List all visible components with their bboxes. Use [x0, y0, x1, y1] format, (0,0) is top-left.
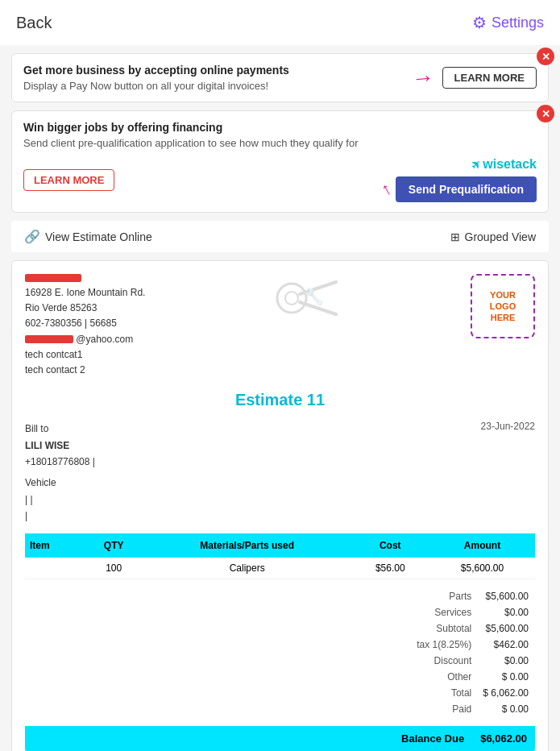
estimate-table: Item QTY Materials/Parts used Cost Amoun… [25, 533, 535, 579]
col-materials: Materials/Parts used [143, 533, 351, 558]
company-name-bar [25, 274, 81, 282]
banner1-desc: Display a Pay Now button on all your dig… [23, 80, 412, 92]
col-qty: QTY [84, 533, 143, 558]
settings-label: Settings [492, 15, 544, 31]
arrow2-icon: ↑ [377, 178, 396, 201]
banner2-close-button[interactable]: ✕ [537, 105, 554, 122]
grid-icon: ⊞ [450, 230, 460, 243]
banner2-title: Win bigger jobs by offering financing [23, 121, 537, 134]
wrench-icon: 🔧 [276, 274, 340, 322]
settings-button[interactable]: ⚙ Settings [472, 13, 544, 32]
banner1-close-button[interactable]: ✕ [537, 48, 554, 65]
view-estimate-online-button[interactable]: 🔗 View Estimate Online [24, 229, 152, 244]
svg-text:🔧: 🔧 [304, 287, 324, 306]
send-prequalification-button[interactable]: Send Prequalification [396, 176, 537, 202]
doc-icon-area: 🔧 [145, 274, 471, 322]
col-amount: Amount [429, 533, 535, 558]
table-row: 100 Calipers $56.00 $5,600.00 [25, 558, 535, 579]
wisetack-logo: wisetack [471, 157, 537, 172]
estimate-title: Estimate 11 [25, 391, 535, 409]
totals-section: Parts$5,600.00 Services$0.00 Subtotal$5,… [25, 587, 535, 718]
banner1-title: Get more business by accepting online pa… [23, 64, 412, 77]
estimate-date: 23-Jun-2022 [481, 421, 535, 524]
company-info: 16928 E. Ione Mountain Rd. Rio Verde 852… [25, 274, 145, 378]
arrow-icon: → [410, 64, 435, 91]
estimate-document: 16928 E. Ione Mountain Rd. Rio Verde 852… [11, 260, 549, 751]
grouped-view-button[interactable]: ⊞ Grouped View [450, 230, 536, 243]
col-item: Item [25, 533, 84, 558]
back-button[interactable]: Back [16, 14, 52, 32]
svg-point-0 [277, 284, 306, 313]
banner-payments: ✕ Get more business by accepting online … [11, 53, 549, 102]
action-bar: 🔗 View Estimate Online ⊞ Grouped View [11, 221, 549, 252]
banner2-desc: Send client pre-qualification applicatio… [23, 137, 537, 149]
app-header: Back ⚙ Settings [0, 0, 560, 45]
logo-placeholder: YOUR LOGO HERE [471, 274, 535, 338]
balance-due-bar: Balance Due $6,062.00 [25, 726, 535, 751]
banner2-learn-more-button[interactable]: LEARN MORE [23, 169, 114, 191]
banner1-learn-more-button[interactable]: LEARN MORE [442, 67, 537, 89]
totals-table: Parts$5,600.00 Services$0.00 Subtotal$5,… [410, 587, 535, 718]
link-icon: 🔗 [24, 229, 40, 244]
bill-section: Bill to LILI WISE +18018776808 | Vehicle… [25, 421, 535, 524]
company-email-bar [25, 335, 73, 343]
col-cost: Cost [351, 533, 430, 558]
banner-financing: ✕ Win bigger jobs by offering financing … [11, 110, 549, 213]
gear-icon: ⚙ [472, 13, 487, 32]
svg-point-1 [285, 292, 298, 305]
